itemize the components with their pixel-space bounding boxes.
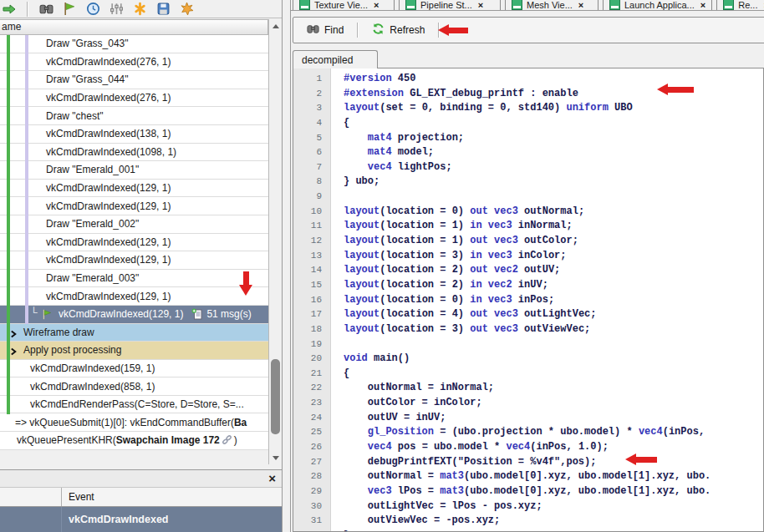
annotation-arrow-draw-call <box>239 271 253 296</box>
resolve-icon[interactable] <box>132 2 147 17</box>
tree-row[interactable]: vkCmdDrawIndexed(138, 1) <box>0 125 268 144</box>
close-icon[interactable]: × <box>268 471 276 485</box>
tree-row[interactable]: vkCmdDrawIndexed(1098, 1) <box>0 144 268 162</box>
tree-row[interactable]: └vkCmdDrawIndexed(129, 1)51 msg(s) <box>0 306 268 324</box>
tree-row[interactable]: => vkQueueSubmit(1)[0]: vkEndCommandBuff… <box>0 413 268 432</box>
tree-row[interactable]: vkCmdDrawIndexed(276, 1) <box>0 89 268 108</box>
code-text: #extension GL_EXT_debug_printf : enable <box>330 87 578 102</box>
tree-row[interactable]: Draw "Grass_043" <box>0 35 268 53</box>
code-text: outNormal = mat3(ubo.model[0].xyz, ubo.m… <box>330 469 711 484</box>
doc-tab[interactable]: Texture Vie...× <box>293 0 395 11</box>
code-line: 30 outLightVec = lPos - pos.xyz; <box>293 499 763 514</box>
code-text: outColor = inColor; <box>330 396 482 411</box>
code-line: 9 <box>293 190 763 205</box>
column-header-blank[interactable] <box>0 488 62 506</box>
doc-tab[interactable]: Re...× <box>716 0 764 11</box>
tree-row[interactable]: Apply post processing <box>0 342 268 360</box>
statistics-icon[interactable] <box>109 2 124 17</box>
code-text: } ubo; <box>330 175 379 190</box>
line-number: 31 <box>293 514 330 529</box>
code-line: 6 mat4 model; <box>293 145 763 160</box>
doc-tab[interactable]: Pipeline St...× <box>399 0 501 11</box>
column-header-name[interactable]: ame <box>0 19 268 35</box>
expander-chevron-icon[interactable] <box>10 347 18 358</box>
save-icon[interactable] <box>155 2 171 17</box>
tree-row-label: Draw "Emerald_001" <box>46 164 139 175</box>
tree-row-label: vkCmdDrawIndexed(858, 1) <box>30 381 155 393</box>
doc-tab-label: Pipeline St... <box>420 0 472 10</box>
document-tab-bar: Texture Vie...×Pipeline St...×Mesh Vie..… <box>291 0 764 11</box>
selected-event-name: vkCmdDrawIndexed <box>62 507 168 532</box>
event-tree[interactable]: Draw "Grass_043"vkCmdDrawIndexed(276, 1)… <box>0 35 268 450</box>
messages-icon <box>191 308 203 321</box>
tree-row[interactable]: vkCmdDrawIndexed(129, 1) <box>0 287 268 306</box>
code-text: layout(location = 3) in vec3 inColor; <box>330 249 566 264</box>
code-text: { <box>330 367 349 382</box>
expander-chevron-icon[interactable] <box>10 329 18 341</box>
tree-row[interactable]: vkCmdDrawIndexed(129, 1) <box>0 234 268 252</box>
code-line: 31 outViewVec = -pos.xyz; <box>293 514 763 529</box>
tree-scrollbar[interactable] <box>268 19 282 464</box>
timer-icon[interactable] <box>85 2 100 17</box>
tree-row[interactable]: Draw "Grass_044" <box>0 71 268 89</box>
code-text: vec4 pos = ubo.model * vec4(inPos, 1.0); <box>330 440 609 455</box>
tree-row-label: => vkQueueSubmit(1)[0]: vkEndCommandBuff… <box>15 417 234 428</box>
line-number: 23 <box>293 396 330 411</box>
code-text: vec4 lightPos; <box>330 160 452 175</box>
go-next-icon[interactable] <box>2 2 17 17</box>
tree-row[interactable]: vkCmdDrawIndexed(129, 1) <box>0 251 268 270</box>
current-event-flag-icon <box>42 309 53 322</box>
tree-row[interactable]: vkCmdEndRenderPass(C=Store, D=Store, S=.… <box>0 396 268 414</box>
code-text: void main() <box>330 352 410 367</box>
refresh-button[interactable]: Refresh <box>369 21 428 39</box>
scroll-up-icon[interactable] <box>269 19 282 33</box>
find-button[interactable]: Find <box>303 21 347 39</box>
panel-splitter[interactable] <box>282 0 291 532</box>
code-text: layout(set = 0, binding = 0, std140) uni… <box>330 101 633 116</box>
tree-row[interactable]: vkQueuePresentKHR(Swapchain Image 172) <box>0 432 268 450</box>
event-table-selected-row[interactable]: vkCmdDrawIndexed <box>0 507 282 532</box>
capture-flag-icon[interactable] <box>62 2 77 17</box>
tree-row[interactable]: Draw "Emerald_003" <box>0 270 268 288</box>
tree-row[interactable]: Draw "Emerald_001" <box>0 161 268 180</box>
line-number: 30 <box>293 499 330 514</box>
code-line: 12layout(location = 1) out vec3 outColor… <box>293 234 763 249</box>
doc-tab[interactable]: Mesh Vie...× <box>505 0 598 11</box>
code-text: { <box>330 116 349 131</box>
line-number: 12 <box>293 234 330 249</box>
tab-decompiled[interactable]: decompiled <box>293 50 378 68</box>
tree-row[interactable]: Draw "chest" <box>0 107 268 125</box>
close-icon[interactable]: × <box>374 0 379 10</box>
code-line: 19 <box>293 337 763 352</box>
tree-row[interactable]: Draw "Emerald_002" <box>0 215 268 234</box>
code-line: 27 debugPrintfEXT("Position = %v4f",pos)… <box>293 455 763 470</box>
tree-row[interactable]: vkCmdDrawIndexed(159, 1) <box>0 360 268 378</box>
code-line: 24 outUV = inUV; <box>293 411 763 426</box>
scroll-down-icon[interactable] <box>269 451 282 464</box>
column-header-event[interactable]: Event <box>62 488 94 506</box>
tree-row[interactable]: vkCmdDrawIndexed(129, 1) <box>0 197 268 215</box>
tree-row[interactable]: Wireframe draw <box>0 324 268 342</box>
code-line: 32} <box>293 529 763 532</box>
close-icon[interactable]: × <box>478 0 483 10</box>
shader-code-view[interactable]: 1#version 4502#extension GL_EXT_debug_pr… <box>293 68 764 532</box>
close-icon[interactable]: × <box>578 0 583 10</box>
tree-row-label: vkCmdDrawIndexed(129, 1) <box>46 200 171 212</box>
scrollbar-thumb[interactable] <box>271 359 280 434</box>
close-icon[interactable]: × <box>700 0 705 10</box>
tree-row[interactable]: vkCmdDrawIndexed(129, 1) <box>0 180 268 198</box>
tree-row[interactable]: vkCmdDrawIndexed(858, 1) <box>0 377 268 396</box>
code-line: 16layout(location = 0) in vec3 inPos; <box>293 293 763 308</box>
tree-row[interactable]: vkCmdDrawIndexed(276, 1) <box>0 53 268 72</box>
messages-badge[interactable]: 51 msg(s) <box>191 308 251 321</box>
renderdoc-window: ame Draw "Grass_043"vkCmdDrawIndexed(276… <box>0 0 764 532</box>
doc-tab[interactable]: Launch Applica...× <box>603 0 712 11</box>
line-number: 28 <box>293 469 330 484</box>
line-number: 1 <box>293 72 330 87</box>
tree-row-label: Apply post processing <box>23 344 121 356</box>
renderdoc-doc-icon <box>723 0 734 10</box>
event-browser-panel: ame Draw "Grass_043"vkCmdDrawIndexed(276… <box>0 0 282 532</box>
extensions-icon[interactable] <box>179 2 194 17</box>
find-icon[interactable] <box>38 2 53 17</box>
tree-row-label: vkCmdDrawIndexed(129, 1) <box>46 236 171 248</box>
